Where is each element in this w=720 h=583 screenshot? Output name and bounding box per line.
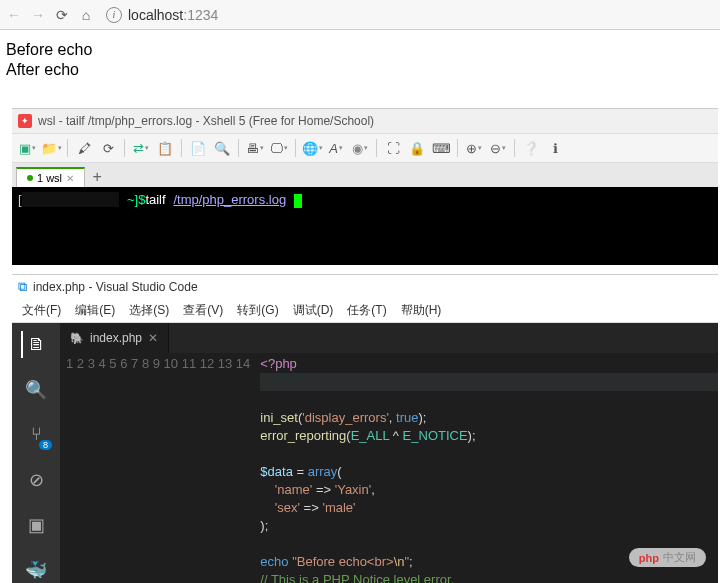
terminal-view[interactable]: [xxxxxxxxxxxxxxx ~]$tailf /tmp/php_error… [12,187,718,265]
xshell-add-tab-button[interactable]: + [87,167,107,187]
xshell-tab-label: 1 wsl [37,172,62,184]
xshell-tab-active[interactable]: 1 wsl ✕ [16,167,85,187]
copy-button[interactable]: 📄 [187,137,209,159]
debug-icon[interactable]: ⊘ [22,466,50,493]
toolbar-separator [181,139,182,157]
scm-badge: 8 [39,440,52,450]
term-cmd: tailf [145,192,165,207]
editor-tab-label: index.php [90,331,142,345]
properties-button[interactable]: 📋 [154,137,176,159]
info-icon[interactable]: i [106,7,122,23]
extensions-icon[interactable]: ▣ [22,511,50,538]
watermark-text: 中文网 [663,550,696,565]
highlight-button[interactable]: 🖍 [73,137,95,159]
fullscreen-button[interactable]: ⛶ [382,137,404,159]
scm-icon[interactable]: ⑂8 [22,421,50,448]
editor-area: 🐘 index.php ✕ 1 2 3 4 5 6 7 8 9 10 11 12… [60,323,718,583]
xshell-title-text: wsl - tailf /tmp/php_errors.log - Xshell… [38,114,374,128]
search-icon[interactable]: 🔍 [22,376,50,403]
xshell-logo-icon: ✦ [18,114,32,128]
page-line: After echo [6,60,714,80]
language-button[interactable]: 🌐▾ [301,137,323,159]
menu-go[interactable]: 转到(G) [231,300,284,321]
watermark: php 中文网 [629,548,706,567]
tab-close-icon[interactable]: ✕ [66,173,74,184]
menu-file[interactable]: 文件(F) [16,300,67,321]
menu-view[interactable]: 查看(V) [177,300,229,321]
vscode-menubar: 文件(F) 编辑(E) 选择(S) 查看(V) 转到(G) 调试(D) 任务(T… [12,299,718,323]
watermark-brand: php [639,552,659,564]
menu-debug[interactable]: 调试(D) [287,300,340,321]
vscode-logo-icon: ⧉ [18,279,27,295]
toolbar-separator [457,139,458,157]
lock-button[interactable]: 🔒 [406,137,428,159]
url-text: localhost:1234 [128,7,218,23]
find-button[interactable]: 🔍 [211,137,233,159]
url-port: :1234 [183,7,218,23]
editor-tab-active[interactable]: 🐘 index.php ✕ [60,323,169,353]
keyboard-button[interactable]: ⌨ [430,137,452,159]
xshell-toolbar: ▣▾ 📁▾ 🖍 ⟳ ⇄▾ 📋 📄 🔍 🖶▾ 🖵▾ 🌐▾ A▾ ◉▾ ⛶ 🔒 ⌨ … [12,133,718,163]
toolbar-separator [376,139,377,157]
toolbar-separator [295,139,296,157]
toolbar-separator [124,139,125,157]
close-icon[interactable]: ✕ [148,331,158,345]
vscode-titlebar: ⧉ index.php - Visual Studio Code [12,275,718,299]
export-button[interactable]: ⊖▾ [487,137,509,159]
screen-button[interactable]: 🖵▾ [268,137,290,159]
connected-indicator-icon [27,175,33,181]
about-button[interactable]: ℹ [544,137,566,159]
print-button[interactable]: 🖶▾ [244,137,266,159]
terminal-cursor [294,194,302,208]
import-button[interactable]: ⊕▾ [463,137,485,159]
reload-button[interactable]: ⟳ [54,7,70,23]
line-gutter: 1 2 3 4 5 6 7 8 9 10 11 12 13 14 [60,353,260,583]
toolbar-separator [238,139,239,157]
editor-tabbar: 🐘 index.php ✕ [60,323,718,353]
vscode-body: 🗎 🔍 ⑂8 ⊘ ▣ 🐳 🐘 index.php ✕ 1 2 3 4 5 6 7… [12,323,718,583]
open-button[interactable]: 📁▾ [40,137,62,159]
xshell-window: ✦ wsl - tailf /tmp/php_errors.log - Xshe… [12,108,718,265]
docker-icon[interactable]: 🐳 [22,556,50,583]
vscode-title-text: index.php - Visual Studio Code [33,280,198,294]
toolbar-separator [67,139,68,157]
xshell-titlebar: ✦ wsl - tailf /tmp/php_errors.log - Xshe… [12,109,718,133]
back-button[interactable]: ← [6,7,22,23]
term-path: /tmp/php_errors.log [173,192,286,207]
url-host: localhost [128,7,183,23]
reconnect-button[interactable]: ⟳ [97,137,119,159]
code-editor[interactable]: 1 2 3 4 5 6 7 8 9 10 11 12 13 14 <?php i… [60,353,718,583]
font-button[interactable]: A▾ [325,137,347,159]
color-button[interactable]: ◉▾ [349,137,371,159]
menu-tasks[interactable]: 任务(T) [341,300,392,321]
toolbar-separator [514,139,515,157]
term-prompt: ~]$ [127,192,145,207]
xshell-tabbar: 1 wsl ✕ + [12,163,718,187]
page-content: Before echo After echo [0,30,720,90]
browser-toolbar: ← → ⟳ ⌂ i localhost:1234 [0,0,720,30]
menu-help[interactable]: 帮助(H) [395,300,448,321]
home-button[interactable]: ⌂ [78,7,94,23]
menu-select[interactable]: 选择(S) [123,300,175,321]
forward-button[interactable]: → [30,7,46,23]
address-bar[interactable]: i localhost:1234 [106,7,218,23]
menu-edit[interactable]: 编辑(E) [69,300,121,321]
page-line: Before echo [6,40,714,60]
php-file-icon: 🐘 [70,332,84,345]
vscode-window: ⧉ index.php - Visual Studio Code 文件(F) 编… [12,274,718,583]
explorer-icon[interactable]: 🗎 [21,331,49,358]
transfer-button[interactable]: ⇄▾ [130,137,152,159]
help-button[interactable]: ❔ [520,137,542,159]
new-session-button[interactable]: ▣▾ [16,137,38,159]
activity-bar: 🗎 🔍 ⑂8 ⊘ ▣ 🐳 [12,323,60,583]
